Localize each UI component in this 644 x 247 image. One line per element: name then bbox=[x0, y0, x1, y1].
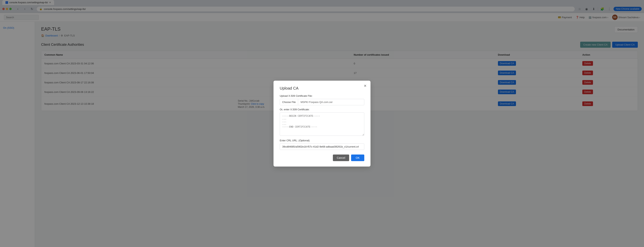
cert-label: Or, enter X.509 Certificate: bbox=[280, 108, 364, 111]
cancel-btn[interactable]: Cancel bbox=[333, 155, 349, 161]
modal-close-btn[interactable]: ✕ bbox=[364, 84, 366, 88]
crl-input[interactable] bbox=[280, 143, 364, 150]
ok-btn[interactable]: OK bbox=[351, 155, 364, 161]
crl-label: Enter CRL URL: (Optional) bbox=[280, 139, 364, 142]
modal-overlay[interactable]: ✕ Upload CA Upload X.509 Certificate Fil… bbox=[0, 0, 644, 247]
upload-ca-modal: ✕ Upload CA Upload X.509 Certificate Fil… bbox=[274, 81, 370, 167]
choose-file-btn[interactable]: Choose File bbox=[280, 99, 298, 105]
file-label: Upload X.509 Certificate File: bbox=[280, 94, 364, 97]
cert-textarea[interactable] bbox=[280, 112, 364, 136]
file-name-display: MSPKI Foxpass QA.com.cer bbox=[298, 99, 364, 105]
file-input-row: Choose File MSPKI Foxpass QA.com.cer bbox=[280, 99, 364, 105]
modal-title: Upload CA bbox=[280, 86, 364, 91]
modal-footer: Cancel OK bbox=[280, 155, 364, 161]
